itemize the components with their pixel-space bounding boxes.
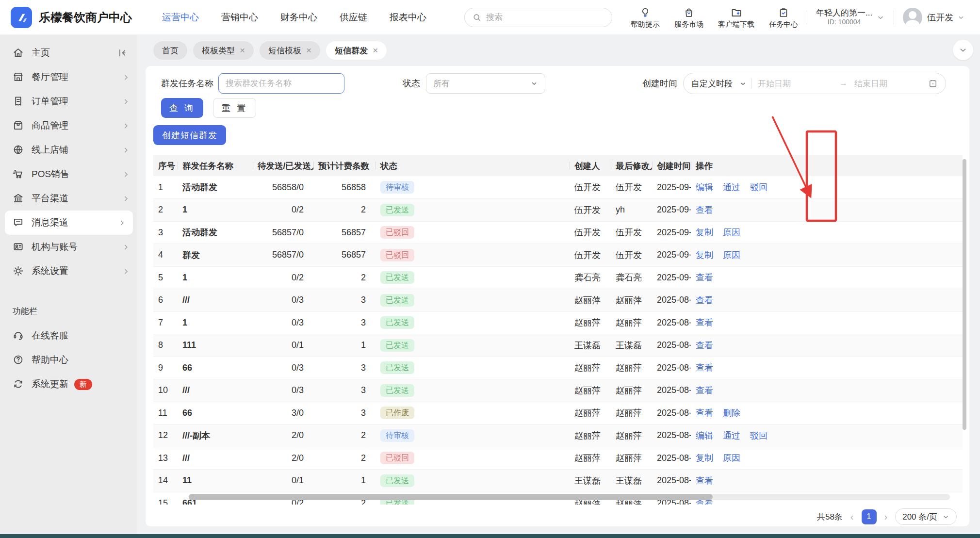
action-link-查看[interactable]: 查看 xyxy=(696,363,713,373)
tab-3[interactable]: 短信群发 × xyxy=(326,41,387,60)
action-link-查看[interactable]: 查看 xyxy=(696,318,713,327)
task-name-input[interactable] xyxy=(218,73,344,94)
cell-modifier: 赵丽萍 xyxy=(611,357,652,379)
horizontal-scrollbar-thumb[interactable] xyxy=(189,494,713,500)
cell-actions: 查看 xyxy=(691,357,963,379)
action-link-编辑[interactable]: 编辑 xyxy=(696,431,713,440)
prev-page-icon[interactable]: ‹ xyxy=(850,511,854,522)
collapse-sidebar-icon[interactable] xyxy=(117,48,127,58)
cell-task-name: 66 xyxy=(178,357,253,379)
nav-item-2[interactable]: 财务中心 xyxy=(280,11,317,24)
nav-item-4[interactable]: 报表中心 xyxy=(390,11,426,24)
action-link-驳回[interactable]: 驳回 xyxy=(750,182,768,192)
action-link-通过[interactable]: 通过 xyxy=(723,182,740,192)
user-menu[interactable]: 伍开发 xyxy=(903,8,965,27)
cell-no: 10 xyxy=(153,379,178,402)
action-link-通过[interactable]: 通过 xyxy=(723,431,740,440)
action-link-查看[interactable]: 查看 xyxy=(696,295,713,305)
cell-creator: 赵丽萍 xyxy=(570,447,611,470)
close-icon[interactable]: × xyxy=(306,45,311,56)
chevron-right-icon xyxy=(122,267,130,276)
page-size-select[interactable]: 200 条/页 xyxy=(895,508,957,525)
cell-actions: 查看 xyxy=(691,266,963,289)
sidebar-item-0[interactable]: 主页 xyxy=(0,41,137,65)
action-link-驳回[interactable]: 驳回 xyxy=(750,431,768,440)
cell-created: 2025-09-25 1 xyxy=(652,199,691,222)
action-link-查看[interactable]: 查看 xyxy=(696,476,713,486)
content-card: 群发任务名称 状态 所有 创建时间 自定义时段 开始日期 → 结束日期 xyxy=(146,66,969,526)
range-preset-select[interactable]: 自定义时段 xyxy=(691,78,733,89)
action-link-查看[interactable]: 查看 xyxy=(696,205,713,215)
org-switcher[interactable]: 年轻人的第一... ID: 100004 xyxy=(816,8,885,27)
sidebar-item-7[interactable]: 消息渠道 xyxy=(5,211,133,235)
column-header-5: 创建人 xyxy=(570,155,611,176)
close-icon[interactable]: × xyxy=(373,45,378,56)
tab-2[interactable]: 短信模板 × xyxy=(260,41,320,60)
sidebar-footer-item-1[interactable]: 帮助中心 xyxy=(0,348,137,372)
cell-count: 3 xyxy=(313,402,376,424)
sidebar-item-2[interactable]: 订单管理 xyxy=(0,89,137,114)
cell-actions: 查看 xyxy=(691,470,963,492)
quick-action-download[interactable]: 客户端下载 xyxy=(718,6,754,29)
action-link-删除[interactable]: 删除 xyxy=(723,408,740,418)
action-link-查看[interactable]: 查看 xyxy=(696,273,713,282)
tabs-more-button[interactable] xyxy=(953,40,973,60)
search-input[interactable] xyxy=(464,8,612,27)
action-link-编辑[interactable]: 编辑 xyxy=(696,182,713,192)
action-link-原因[interactable]: 原因 xyxy=(723,453,740,463)
action-link-查看[interactable]: 查看 xyxy=(696,341,713,350)
create-sms-button[interactable]: 创建短信群发 xyxy=(153,125,226,145)
quick-action-task[interactable]: 任务中心 xyxy=(769,6,798,29)
tab-1[interactable]: 模板类型 × xyxy=(193,41,254,60)
sidebar-item-5[interactable]: POS销售 xyxy=(0,162,137,186)
status-select[interactable]: 所有 xyxy=(426,73,545,94)
quick-action-label: 任务中心 xyxy=(769,20,798,29)
tab-0[interactable]: 首页 xyxy=(153,41,187,60)
vertical-scrollbar[interactable] xyxy=(963,159,966,430)
sidebar-item-label: 系统设置 xyxy=(32,265,122,277)
reset-button[interactable]: 重 置 xyxy=(213,98,256,118)
date-range-picker[interactable]: 自定义时段 开始日期 → 结束日期 xyxy=(683,73,946,94)
home-icon xyxy=(13,47,24,59)
sidebar-footer-item-2[interactable]: 系统更新 新 xyxy=(0,372,137,396)
sidebar-item-9[interactable]: 系统设置 xyxy=(0,259,137,283)
brand-logo-icon[interactable] xyxy=(11,7,32,28)
sidebar-item-3[interactable]: 商品管理 xyxy=(0,114,137,138)
chevron-right-icon xyxy=(122,73,130,82)
chevron-down-icon xyxy=(942,513,949,521)
nav-item-0[interactable]: 运营中心 xyxy=(162,11,199,24)
table-row: 2 1 0/2 2 已发送 伍开发 yh 2025-09-25 1 查看 xyxy=(153,199,963,222)
action-link-原因[interactable]: 原因 xyxy=(723,250,740,260)
nav-item-3[interactable]: 供应链 xyxy=(340,11,367,24)
sidebar-item-4[interactable]: 线上店铺 xyxy=(0,138,137,162)
status-badge: 已发送 xyxy=(380,339,414,352)
cell-creator: 赵丽萍 xyxy=(570,289,611,312)
quick-action-bulb[interactable]: 帮助提示 xyxy=(631,6,660,29)
table-row: 8 111 0/1 1 已发送 王谋磊 王谋磊 2025-08-05 1 查看 xyxy=(153,334,963,357)
column-header-7[interactable]: 创建时间 xyxy=(652,155,691,176)
page-number[interactable]: 1 xyxy=(862,509,877,524)
cell-status: 待审核 xyxy=(376,176,570,199)
next-page-icon[interactable]: › xyxy=(884,511,888,522)
quick-action-market[interactable]: 服务市场 xyxy=(674,6,703,29)
sidebar-item-6[interactable]: 平台渠道 xyxy=(0,186,137,211)
action-link-查看[interactable]: 查看 xyxy=(696,386,713,395)
action-link-原因[interactable]: 原因 xyxy=(723,228,740,237)
close-icon[interactable]: × xyxy=(240,45,245,56)
start-date-input[interactable]: 开始日期 xyxy=(758,78,839,89)
action-link-复制[interactable]: 复制 xyxy=(696,453,713,463)
end-date-input[interactable]: 结束日期 xyxy=(854,78,887,89)
sidebar-item-1[interactable]: 餐厅管理 xyxy=(0,65,137,89)
action-link-复制[interactable]: 复制 xyxy=(696,250,713,260)
nav-item-1[interactable]: 营销中心 xyxy=(221,11,258,24)
query-button[interactable]: 查 询 xyxy=(161,98,203,118)
sidebar-footer-item-0[interactable]: 在线客服 xyxy=(0,324,137,348)
cell-count: 1 xyxy=(313,470,376,492)
horizontal-scrollbar-track[interactable] xyxy=(189,494,950,500)
action-link-复制[interactable]: 复制 xyxy=(696,228,713,237)
cell-modifier: 赵丽萍 xyxy=(611,447,652,470)
sidebar-item-8[interactable]: 机构与账号 xyxy=(0,235,137,259)
cell-task-name: /// xyxy=(178,289,253,312)
action-link-查看[interactable]: 查看 xyxy=(696,408,713,418)
sidebar-item-label: 平台渠道 xyxy=(32,192,122,205)
